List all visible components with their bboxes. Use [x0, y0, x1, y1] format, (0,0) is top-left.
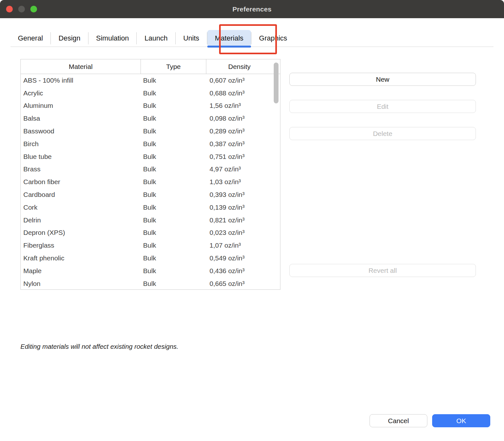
cell-density: 1,03 oz/in³: [206, 176, 272, 188]
table-row[interactable]: Balsa Bulk 0,098 oz/in³: [21, 112, 280, 125]
cell-type: Bulk: [141, 277, 206, 290]
cell-density: 0,665 oz/in³: [206, 277, 272, 290]
cell-type: Bulk: [141, 239, 206, 252]
cancel-button[interactable]: Cancel: [370, 414, 427, 427]
tab-design[interactable]: Design: [51, 30, 88, 47]
cell-density: 4,97 oz/in³: [206, 163, 272, 176]
table-row[interactable]: Basswood Bulk 0,289 oz/in³: [21, 125, 280, 138]
cell-material: Depron (XPS): [21, 227, 141, 239]
column-header-material[interactable]: Material: [21, 59, 141, 74]
table-scrollbar[interactable]: [274, 63, 279, 103]
cell-type: Bulk: [141, 150, 206, 163]
cell-type: Bulk: [141, 100, 206, 112]
cell-density: 0,023 oz/in³: [206, 227, 272, 239]
cell-material: Birch: [21, 138, 141, 150]
cell-material: Aluminum: [21, 100, 141, 112]
traffic-lights: [6, 6, 37, 12]
cell-type: Bulk: [141, 188, 206, 201]
tab-bar-divider: [11, 47, 493, 47]
tab-materials[interactable]: Materials: [207, 30, 251, 47]
table-row[interactable]: Nylon Bulk 0,665 oz/in³: [21, 277, 280, 290]
cell-material: Blue tube: [21, 150, 141, 163]
cell-material: Brass: [21, 163, 141, 176]
cell-density: 0,549 oz/in³: [206, 252, 272, 265]
tab-general[interactable]: General: [10, 30, 50, 47]
delete-button[interactable]: Delete: [289, 127, 476, 140]
cell-type: Bulk: [141, 227, 206, 239]
table-row[interactable]: Acrylic Bulk 0,688 oz/in³: [21, 87, 280, 100]
cell-type: Bulk: [141, 265, 206, 277]
cell-material: Maple: [21, 265, 141, 277]
cell-density: 0,393 oz/in³: [206, 188, 272, 201]
cell-material: Cork: [21, 201, 141, 214]
cell-material: Acrylic: [21, 87, 141, 100]
revert-all-button[interactable]: Revert all: [289, 264, 476, 277]
edit-button[interactable]: Edit: [289, 100, 476, 113]
cell-material: Cardboard: [21, 188, 141, 201]
cell-type: Bulk: [141, 201, 206, 214]
table-row[interactable]: Maple Bulk 0,436 oz/in³: [21, 265, 280, 277]
cell-material: Fiberglass: [21, 239, 141, 252]
table-row[interactable]: Cardboard Bulk 0,393 oz/in³: [21, 188, 280, 201]
cell-density: 0,821 oz/in³: [206, 214, 272, 227]
cell-density: 1,07 oz/in³: [206, 239, 272, 252]
cell-density: 1,56 oz/in³: [206, 100, 272, 112]
table-row[interactable]: Birch Bulk 0,387 oz/in³: [21, 138, 280, 150]
cell-type: Bulk: [141, 138, 206, 150]
table-row[interactable]: Delrin Bulk 0,821 oz/in³: [21, 214, 280, 227]
ok-button[interactable]: OK: [432, 414, 490, 427]
table-row[interactable]: Cork Bulk 0,139 oz/in³: [21, 201, 280, 214]
tab-units[interactable]: Units: [176, 30, 207, 47]
cell-material: Carbon fiber: [21, 176, 141, 188]
tab-simulation[interactable]: Simulation: [88, 30, 137, 47]
table-row[interactable]: Aluminum Bulk 1,56 oz/in³: [21, 100, 280, 112]
table-row[interactable]: Brass Bulk 4,97 oz/in³: [21, 163, 280, 176]
table-row[interactable]: ABS - 100% infill Bulk 0,607 oz/in³: [21, 74, 280, 87]
table-row[interactable]: Depron (XPS) Bulk 0,023 oz/in³: [21, 227, 280, 239]
cell-type: Bulk: [141, 214, 206, 227]
cell-type: Bulk: [141, 125, 206, 138]
cell-density: 0,751 oz/in³: [206, 150, 272, 163]
cell-density: 0,098 oz/in³: [206, 112, 272, 125]
cell-material: Basswood: [21, 125, 141, 138]
cell-material: Balsa: [21, 112, 141, 125]
cell-type: Bulk: [141, 112, 206, 125]
cell-density: 0,289 oz/in³: [206, 125, 272, 138]
preferences-window: Preferences General Design Simulation La…: [0, 0, 504, 441]
close-button[interactable]: [6, 6, 13, 12]
table-row[interactable]: Carbon fiber Bulk 1,03 oz/in³: [21, 176, 280, 188]
zoom-button[interactable]: [30, 6, 37, 12]
column-header-type[interactable]: Type: [141, 59, 206, 74]
tab-bar: General Design Simulation Launch Units M…: [10, 30, 295, 47]
cell-density: 0,607 oz/in³: [206, 74, 272, 87]
cell-type: Bulk: [141, 252, 206, 265]
tab-launch[interactable]: Launch: [137, 30, 175, 47]
cell-density: 0,387 oz/in³: [206, 138, 272, 150]
cell-density: 0,139 oz/in³: [206, 201, 272, 214]
materials-table: Material Type Density ABS - 100% infill …: [20, 59, 280, 290]
column-header-density[interactable]: Density: [206, 59, 272, 74]
cell-material: Nylon: [21, 277, 141, 290]
cell-type: Bulk: [141, 74, 206, 87]
tab-graphics[interactable]: Graphics: [251, 30, 295, 47]
cell-material: Kraft phenolic: [21, 252, 141, 265]
cell-material: ABS - 100% infill: [21, 74, 141, 87]
cell-density: 0,436 oz/in³: [206, 265, 272, 277]
minimize-button[interactable]: [18, 6, 25, 12]
table-row[interactable]: Blue tube Bulk 0,751 oz/in³: [21, 150, 280, 163]
cell-type: Bulk: [141, 87, 206, 100]
cell-material: Delrin: [21, 214, 141, 227]
table-row[interactable]: Fiberglass Bulk 1,07 oz/in³: [21, 239, 280, 252]
materials-note: Editing materials will not affect existi…: [20, 343, 179, 350]
table-header: Material Type Density: [21, 59, 280, 74]
cell-type: Bulk: [141, 176, 206, 188]
cell-density: 0,688 oz/in³: [206, 87, 272, 100]
titlebar: Preferences: [0, 0, 504, 18]
cell-type: Bulk: [141, 163, 206, 176]
new-button[interactable]: New: [289, 73, 476, 86]
table-row[interactable]: Kraft phenolic Bulk 0,549 oz/in³: [21, 252, 280, 265]
window-title: Preferences: [233, 5, 271, 13]
